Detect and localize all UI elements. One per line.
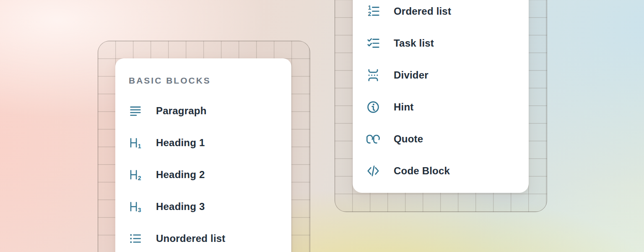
blocks-menu-card-continued: 12Ordered listTask listDividerHintQuoteC… <box>353 0 529 193</box>
quote-icon <box>366 132 380 146</box>
ordered-list-icon: 12 <box>366 5 380 18</box>
menu-item-label: Task list <box>394 37 434 49</box>
svg-text:1: 1 <box>138 143 141 150</box>
menu-item-ordered-list[interactable]: 12Ordered list <box>366 0 519 27</box>
menu-item-label: Unordered list <box>156 233 226 244</box>
basic-blocks-menu-card: BASIC BLOCKS Paragraph1Heading 12Heading… <box>115 58 291 252</box>
menu-item-label: Code Block <box>394 165 450 177</box>
menu-item-divider[interactable]: Divider <box>366 59 519 91</box>
menu-item-label: Divider <box>394 69 428 81</box>
menu-item-label: Paragraph <box>156 105 207 117</box>
menu-item-heading-3[interactable]: 3Heading 3 <box>129 191 281 223</box>
svg-text:1: 1 <box>368 5 371 11</box>
menu-item-paragraph[interactable]: Paragraph <box>129 95 281 127</box>
menu-item-label: Heading 3 <box>156 201 205 213</box>
hint-icon <box>366 100 380 114</box>
unordered-list-icon <box>129 232 142 245</box>
heading-1-icon: 1 <box>129 136 142 150</box>
svg-text:3: 3 <box>138 207 141 213</box>
basic-blocks-menu-list: Paragraph1Heading 12Heading 23Heading 3U… <box>129 95 281 252</box>
divider-icon <box>366 68 380 82</box>
menu-item-label: Quote <box>394 133 423 145</box>
code-block-icon <box>366 164 380 178</box>
menu-item-unordered-list[interactable]: Unordered list <box>129 223 281 252</box>
blocks-menu-list: 12Ordered listTask listDividerHintQuoteC… <box>366 0 519 187</box>
menu-item-code-block[interactable]: Code Block <box>366 155 519 187</box>
menu-item-hint[interactable]: Hint <box>366 91 519 123</box>
menu-item-heading-2[interactable]: 2Heading 2 <box>129 159 281 191</box>
menu-item-label: Ordered list <box>394 5 451 17</box>
menu-item-task-list[interactable]: Task list <box>366 27 519 59</box>
task-list-icon <box>366 37 380 50</box>
heading-3-icon: 3 <box>129 200 142 213</box>
menu-item-label: Heading 2 <box>156 169 205 181</box>
section-label-basic-blocks: BASIC BLOCKS <box>129 76 281 85</box>
menu-item-label: Hint <box>394 101 413 113</box>
menu-item-quote[interactable]: Quote <box>366 123 519 155</box>
svg-text:2: 2 <box>138 175 141 181</box>
menu-item-label: Heading 1 <box>156 137 205 149</box>
menu-item-heading-1[interactable]: 1Heading 1 <box>129 127 281 159</box>
svg-text:2: 2 <box>368 10 371 17</box>
paragraph-icon <box>129 104 142 118</box>
heading-2-icon: 2 <box>129 168 142 181</box>
